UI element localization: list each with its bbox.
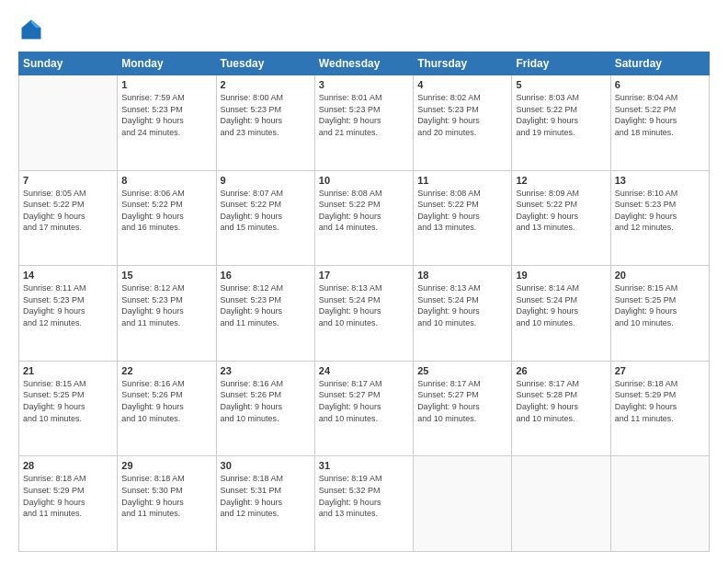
calendar-cell: 28Sunrise: 8:18 AM Sunset: 5:29 PM Dayli…: [19, 456, 118, 552]
day-info: Sunrise: 8:05 AM Sunset: 5:22 PM Dayligh…: [23, 188, 113, 234]
day-number: 19: [516, 270, 606, 281]
logo-icon: [18, 17, 44, 42]
day-info: Sunrise: 8:15 AM Sunset: 5:25 PM Dayligh…: [615, 282, 705, 328]
calendar-cell: 16Sunrise: 8:12 AM Sunset: 5:23 PM Dayli…: [216, 266, 314, 362]
day-number: 9: [221, 175, 311, 186]
day-info: Sunrise: 8:01 AM Sunset: 5:23 PM Dayligh…: [319, 92, 409, 138]
day-header-sunday: Sunday: [19, 52, 118, 75]
day-info: Sunrise: 8:16 AM Sunset: 5:26 PM Dayligh…: [121, 378, 211, 424]
day-number: 31: [319, 460, 409, 471]
day-number: 4: [417, 79, 507, 90]
day-number: 25: [417, 365, 507, 376]
day-info: Sunrise: 8:09 AM Sunset: 5:22 PM Dayligh…: [516, 188, 606, 234]
calendar-cell: 4Sunrise: 8:02 AM Sunset: 5:23 PM Daylig…: [414, 75, 512, 171]
day-info: Sunrise: 8:04 AM Sunset: 5:22 PM Dayligh…: [615, 92, 705, 138]
day-number: 17: [319, 270, 409, 281]
day-info: Sunrise: 8:12 AM Sunset: 5:23 PM Dayligh…: [121, 282, 211, 328]
calendar-cell: 31Sunrise: 8:19 AM Sunset: 5:32 PM Dayli…: [314, 456, 413, 552]
week-row-4: 21Sunrise: 8:15 AM Sunset: 5:25 PM Dayli…: [19, 361, 710, 456]
calendar-cell: 6Sunrise: 8:04 AM Sunset: 5:22 PM Daylig…: [610, 75, 709, 171]
day-number: 14: [23, 270, 113, 281]
day-info: Sunrise: 8:15 AM Sunset: 5:25 PM Dayligh…: [23, 378, 113, 424]
calendar-cell: 15Sunrise: 8:12 AM Sunset: 5:23 PM Dayli…: [118, 266, 216, 362]
day-number: 13: [615, 175, 705, 186]
days-header-row: SundayMondayTuesdayWednesdayThursdayFrid…: [19, 52, 710, 75]
day-number: 8: [121, 175, 211, 186]
day-info: Sunrise: 8:19 AM Sunset: 5:32 PM Dayligh…: [319, 473, 409, 519]
calendar-cell: 7Sunrise: 8:05 AM Sunset: 5:22 PM Daylig…: [19, 170, 118, 266]
day-number: 5: [516, 79, 606, 90]
calendar-cell: 13Sunrise: 8:10 AM Sunset: 5:23 PM Dayli…: [610, 170, 709, 266]
calendar-cell: 18Sunrise: 8:13 AM Sunset: 5:24 PM Dayli…: [414, 266, 512, 362]
day-number: 30: [221, 460, 311, 471]
calendar-cell: 8Sunrise: 8:06 AM Sunset: 5:22 PM Daylig…: [118, 170, 216, 266]
calendar-cell: 30Sunrise: 8:18 AM Sunset: 5:31 PM Dayli…: [216, 456, 314, 552]
calendar-cell: 11Sunrise: 8:08 AM Sunset: 5:22 PM Dayli…: [414, 170, 512, 266]
day-number: 23: [221, 365, 311, 376]
day-number: 24: [319, 365, 409, 376]
day-number: 28: [23, 460, 113, 471]
calendar-cell: [19, 75, 118, 171]
calendar-cell: 29Sunrise: 8:18 AM Sunset: 5:30 PM Dayli…: [118, 456, 216, 552]
calendar-cell: 20Sunrise: 8:15 AM Sunset: 5:25 PM Dayli…: [610, 266, 709, 362]
day-info: Sunrise: 8:18 AM Sunset: 5:31 PM Dayligh…: [221, 473, 311, 519]
day-number: 26: [516, 365, 606, 376]
day-number: 7: [23, 175, 113, 186]
calendar-cell: 22Sunrise: 8:16 AM Sunset: 5:26 PM Dayli…: [118, 361, 216, 456]
calendar-cell: 14Sunrise: 8:11 AM Sunset: 5:23 PM Dayli…: [19, 266, 118, 362]
calendar-cell: 24Sunrise: 8:17 AM Sunset: 5:27 PM Dayli…: [314, 361, 413, 456]
calendar-cell: 17Sunrise: 8:13 AM Sunset: 5:24 PM Dayli…: [314, 266, 413, 362]
day-info: Sunrise: 8:02 AM Sunset: 5:23 PM Dayligh…: [417, 92, 507, 138]
day-number: 10: [319, 175, 409, 186]
day-info: Sunrise: 8:06 AM Sunset: 5:22 PM Dayligh…: [121, 188, 211, 234]
day-number: 2: [221, 79, 311, 90]
day-info: Sunrise: 8:16 AM Sunset: 5:26 PM Dayligh…: [221, 378, 311, 424]
week-row-5: 28Sunrise: 8:18 AM Sunset: 5:29 PM Dayli…: [19, 456, 710, 552]
day-info: Sunrise: 8:18 AM Sunset: 5:29 PM Dayligh…: [23, 473, 113, 519]
day-header-monday: Monday: [118, 52, 216, 75]
day-info: Sunrise: 8:17 AM Sunset: 5:27 PM Dayligh…: [319, 378, 409, 424]
day-info: Sunrise: 7:59 AM Sunset: 5:23 PM Dayligh…: [121, 92, 211, 138]
day-number: 16: [221, 270, 311, 281]
calendar-cell: 9Sunrise: 8:07 AM Sunset: 5:22 PM Daylig…: [216, 170, 314, 266]
calendar-cell: 25Sunrise: 8:17 AM Sunset: 5:27 PM Dayli…: [414, 361, 512, 456]
day-number: 1: [121, 79, 211, 90]
day-header-thursday: Thursday: [414, 52, 512, 75]
calendar-cell: 21Sunrise: 8:15 AM Sunset: 5:25 PM Dayli…: [19, 361, 118, 456]
day-number: 22: [121, 365, 211, 376]
logo: [18, 17, 48, 42]
calendar-cell: 26Sunrise: 8:17 AM Sunset: 5:28 PM Dayli…: [512, 361, 610, 456]
day-header-friday: Friday: [512, 52, 610, 75]
calendar-table: SundayMondayTuesdayWednesdayThursdayFrid…: [18, 52, 710, 552]
day-info: Sunrise: 8:13 AM Sunset: 5:24 PM Dayligh…: [319, 282, 409, 328]
day-number: 12: [516, 175, 606, 186]
calendar-cell: 2Sunrise: 8:00 AM Sunset: 5:23 PM Daylig…: [216, 75, 314, 171]
page: SundayMondayTuesdayWednesdayThursdayFrid…: [0, 0, 728, 563]
header: [18, 17, 710, 42]
calendar-cell: 23Sunrise: 8:16 AM Sunset: 5:26 PM Dayli…: [216, 361, 314, 456]
day-info: Sunrise: 8:08 AM Sunset: 5:22 PM Dayligh…: [417, 188, 507, 234]
day-number: 27: [615, 365, 705, 376]
day-header-wednesday: Wednesday: [314, 52, 413, 75]
day-info: Sunrise: 8:12 AM Sunset: 5:23 PM Dayligh…: [221, 282, 311, 328]
calendar-cell: 5Sunrise: 8:03 AM Sunset: 5:22 PM Daylig…: [512, 75, 610, 171]
day-info: Sunrise: 8:10 AM Sunset: 5:23 PM Dayligh…: [615, 188, 705, 234]
calendar-cell: [610, 456, 709, 552]
day-info: Sunrise: 8:17 AM Sunset: 5:28 PM Dayligh…: [516, 378, 606, 424]
day-number: 15: [121, 270, 211, 281]
day-header-tuesday: Tuesday: [216, 52, 314, 75]
week-row-2: 7Sunrise: 8:05 AM Sunset: 5:22 PM Daylig…: [19, 170, 710, 266]
day-info: Sunrise: 8:11 AM Sunset: 5:23 PM Dayligh…: [23, 282, 113, 328]
calendar-cell: 19Sunrise: 8:14 AM Sunset: 5:24 PM Dayli…: [512, 266, 610, 362]
day-info: Sunrise: 8:17 AM Sunset: 5:27 PM Dayligh…: [417, 378, 507, 424]
day-header-saturday: Saturday: [610, 52, 709, 75]
calendar-cell: 10Sunrise: 8:08 AM Sunset: 5:22 PM Dayli…: [314, 170, 413, 266]
calendar-cell: 12Sunrise: 8:09 AM Sunset: 5:22 PM Dayli…: [512, 170, 610, 266]
day-info: Sunrise: 8:18 AM Sunset: 5:29 PM Dayligh…: [615, 378, 705, 424]
day-info: Sunrise: 8:03 AM Sunset: 5:22 PM Dayligh…: [516, 92, 606, 138]
calendar-cell: 3Sunrise: 8:01 AM Sunset: 5:23 PM Daylig…: [314, 75, 413, 171]
calendar-cell: [414, 456, 512, 552]
day-info: Sunrise: 8:18 AM Sunset: 5:30 PM Dayligh…: [121, 473, 211, 519]
calendar-cell: [512, 456, 610, 552]
calendar-cell: 1Sunrise: 7:59 AM Sunset: 5:23 PM Daylig…: [118, 75, 216, 171]
